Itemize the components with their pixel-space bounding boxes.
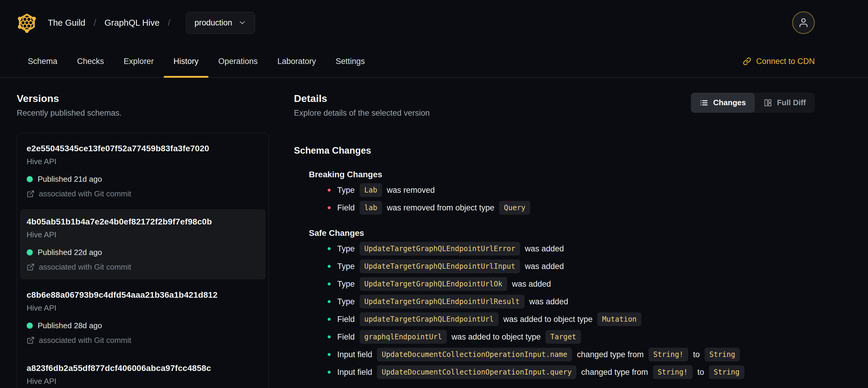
change-row: FieldupdateTargetGraphQLEndpointUrlwas a… <box>328 312 815 326</box>
target-selector[interactable]: production <box>186 12 255 34</box>
change-text: was removed from object type <box>387 203 494 212</box>
breadcrumb-org[interactable]: The Guild <box>48 18 86 28</box>
version-hash: 4b05ab51b1b4a7e2e4b0ef82172f2b9f7ef98c0b <box>27 217 259 227</box>
change-text: was added <box>529 297 568 306</box>
version-status: Published 22d ago <box>27 248 259 257</box>
change-text: Field <box>337 315 355 324</box>
version-git-link[interactable]: associated with Git commit <box>27 336 259 345</box>
user-menu-button[interactable] <box>792 11 815 34</box>
changes-toggle-button[interactable]: Changes <box>691 93 755 113</box>
tab-settings[interactable]: Settings <box>326 46 375 77</box>
change-row-parts: TypeLabwas removed <box>337 183 435 197</box>
change-text: to <box>693 350 700 359</box>
change-text: to <box>698 368 704 377</box>
schema-changes-groups: Breaking ChangesTypeLabwas removedFieldl… <box>294 170 815 379</box>
version-service: Hive API <box>27 157 259 166</box>
details-header-text: Details Explore details of the selected … <box>294 93 430 118</box>
safe-bullet-icon <box>328 265 331 268</box>
version-item[interactable]: c8b6e88a06793b9c4dfd54aaa21b36a1b421d812… <box>20 282 266 353</box>
code-chip: Mutation <box>597 312 642 326</box>
change-text: Type <box>337 297 355 306</box>
change-row-parts: TypeUpdateTargetGraphQLEndpointUrlResult… <box>337 295 568 308</box>
code-chip: UpdateDocumentCollectionOperationInput.n… <box>377 348 572 361</box>
change-row: Input fieldUpdateDocumentCollectionOpera… <box>328 348 815 361</box>
change-text: Field <box>337 332 355 342</box>
connect-to-cdn-button[interactable]: Connect to CDN <box>743 46 815 77</box>
change-row-parts: FieldupdateTargetGraphQLEndpointUrlwas a… <box>337 312 641 326</box>
code-chip: Query <box>499 201 530 215</box>
version-service: Hive API <box>27 230 259 239</box>
tab-explorer[interactable]: Explorer <box>114 46 164 77</box>
list-icon <box>700 99 708 107</box>
target-selector-value: production <box>194 18 232 28</box>
change-text: changed type from <box>577 350 644 359</box>
changes-toggle-label: Changes <box>713 98 746 107</box>
change-row: TypeLabwas removed <box>328 183 815 197</box>
version-hash: e2e55045345ce13fe07f52a77459b83fa3fe7020 <box>27 144 259 153</box>
code-chip: UpdateDocumentCollectionOperationInput.q… <box>377 365 577 379</box>
nav-tabs: SchemaChecksExplorerHistoryOperationsLab… <box>18 46 375 77</box>
safe-bullet-icon <box>328 282 331 286</box>
code-chip: UpdateTargetGraphQLEndpointUrlResult <box>360 295 525 308</box>
full-diff-toggle-button[interactable]: Full Diff <box>755 93 815 113</box>
tab-schema[interactable]: Schema <box>18 46 67 77</box>
link-icon <box>743 57 751 65</box>
breaking-bullet-icon <box>328 206 331 209</box>
change-row: Fieldlabwas removed from object typeQuer… <box>328 201 815 215</box>
breadcrumb: The Guild / GraphQL Hive / production <box>48 12 255 34</box>
change-row: TypeUpdateTargetGraphQLEndpointUrlErrorw… <box>328 242 815 256</box>
breadcrumb-separator: / <box>94 18 96 28</box>
change-row-parts: FieldgraphqlEndpointUrlwas added to obje… <box>337 330 581 344</box>
details-title: Details <box>294 93 430 104</box>
version-item[interactable]: 4b05ab51b1b4a7e2e4b0ef82172f2b9f7ef98c0b… <box>20 209 266 279</box>
version-status-text: Published 22d ago <box>38 248 102 257</box>
tab-operations[interactable]: Operations <box>209 46 268 77</box>
hive-logo-icon[interactable] <box>17 12 37 33</box>
breadcrumb-separator: / <box>168 18 170 28</box>
versions-subtitle: Recently published schemas. <box>17 109 269 118</box>
change-row-parts: TypeUpdateTargetGraphQLEndpointUrlErrorw… <box>337 242 564 256</box>
code-chip: UpdateTargetGraphQLEndpointUrlError <box>360 242 520 256</box>
change-row: TypeUpdateTargetGraphQLEndpointUrlOkwas … <box>328 277 815 291</box>
change-group-label: Breaking Changes <box>309 170 815 179</box>
nav-tabs-row: SchemaChecksExplorerHistoryOperationsLab… <box>0 46 868 78</box>
change-row: FieldgraphqlEndpointUrlwas added to obje… <box>328 330 815 344</box>
code-chip: String! <box>648 348 688 361</box>
change-text: Input field <box>337 368 372 377</box>
version-git-text: associated with Git commit <box>39 189 131 199</box>
safe-bullet-icon <box>328 335 331 338</box>
change-row-parts: Fieldlabwas removed from object typeQuer… <box>337 201 530 215</box>
change-row: TypeUpdateTargetGraphQLEndpointUrlInputw… <box>328 260 815 273</box>
version-status-text: Published 21d ago <box>38 175 102 184</box>
details-subtitle: Explore details of the selected version <box>294 109 430 118</box>
external-link-icon <box>27 263 35 271</box>
version-git-link[interactable]: associated with Git commit <box>27 189 259 199</box>
code-chip: String <box>709 365 744 379</box>
external-link-icon <box>27 336 35 345</box>
app-root: { "header": { "org": "The Guild", "proje… <box>0 0 868 388</box>
published-dot-icon <box>27 249 33 256</box>
main-content: Versions Recently published schemas. e2e… <box>0 78 868 388</box>
safe-bullet-icon <box>328 318 331 321</box>
change-row-parts: Input fieldUpdateDocumentCollectionOpera… <box>337 365 744 379</box>
version-git-text: associated with Git commit <box>39 336 131 345</box>
version-item[interactable]: e2e55045345ce13fe07f52a77459b83fa3fe7020… <box>20 136 266 206</box>
version-git-link[interactable]: associated with Git commit <box>27 263 259 272</box>
versions-panel: Versions Recently published schemas. e2e… <box>17 93 269 388</box>
version-item[interactable]: a823f6db2a55df877dcf406006abca97fcc4858c… <box>20 356 266 388</box>
tab-laboratory[interactable]: Laboratory <box>268 46 326 77</box>
code-chip: String <box>705 348 740 361</box>
view-toggle: Changes Full Diff <box>691 93 815 113</box>
code-chip: graphqlEndpointUrl <box>360 330 447 344</box>
code-chip: UpdateTargetGraphQLEndpointUrlOk <box>360 277 507 291</box>
tab-history[interactable]: History <box>164 46 209 77</box>
code-chip: UpdateTargetGraphQLEndpointUrlInput <box>360 260 520 273</box>
change-list: TypeLabwas removedFieldlabwas removed fr… <box>328 183 815 215</box>
user-icon <box>798 17 809 28</box>
breadcrumb-project[interactable]: GraphQL Hive <box>104 18 159 28</box>
full-diff-toggle-label: Full Diff <box>777 98 806 107</box>
change-text: was added to object type <box>452 332 541 342</box>
change-row-parts: TypeUpdateTargetGraphQLEndpointUrlOkwas … <box>337 277 551 291</box>
tab-checks[interactable]: Checks <box>67 46 114 77</box>
safe-bullet-icon <box>328 300 331 303</box>
